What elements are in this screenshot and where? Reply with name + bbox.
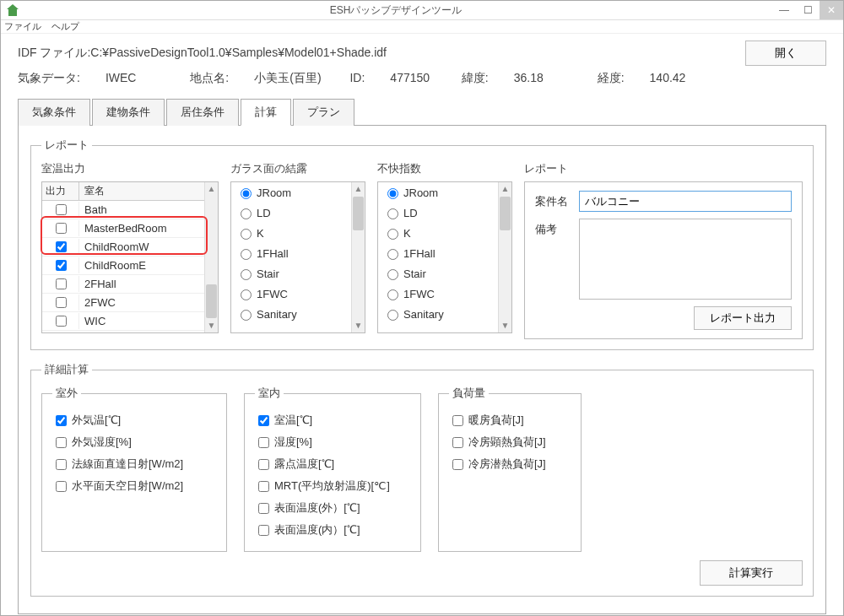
tab-2[interactable]: 居住条件 xyxy=(166,99,239,126)
check-label: 冷房顕熱負荷[J] xyxy=(468,435,546,450)
list-item-label: 1FWC xyxy=(403,288,435,300)
window-controls: — ☐ ✕ xyxy=(772,1,843,19)
list-item[interactable]: Stair xyxy=(378,263,498,284)
radio-input[interactable] xyxy=(241,249,252,260)
room-output-checkbox[interactable] xyxy=(56,297,67,308)
room-output-checkbox[interactable] xyxy=(56,260,67,271)
room-output-checkbox[interactable] xyxy=(56,223,67,234)
radio-input[interactable] xyxy=(241,289,252,300)
content-area: IDF ファイル:C:¥PassiveDesignTool1.0¥Samples… xyxy=(1,34,843,616)
list-item[interactable]: Stair xyxy=(231,263,351,284)
open-button[interactable]: 開く xyxy=(745,41,826,66)
check-input[interactable] xyxy=(258,525,269,536)
list-item[interactable]: JRoom xyxy=(231,182,351,203)
list-item-label: K xyxy=(403,227,411,240)
scroll-down-icon[interactable]: ▼ xyxy=(205,319,218,332)
check-input[interactable] xyxy=(258,503,269,514)
scroll-thumb[interactable] xyxy=(353,197,364,230)
list-item[interactable]: 1FWC xyxy=(231,284,351,304)
check-input[interactable] xyxy=(56,415,67,426)
list-item[interactable]: 1FWC xyxy=(378,284,498,304)
list-item[interactable]: Sanitary xyxy=(231,304,351,324)
room-output-checkbox[interactable] xyxy=(56,204,67,215)
room-row: ChildRoomW xyxy=(42,238,204,257)
radio-input[interactable] xyxy=(241,229,252,240)
report-output-button[interactable]: レポート出力 xyxy=(694,306,792,330)
case-name-input[interactable] xyxy=(579,191,792,212)
condensation-scrollbar[interactable]: ▲ ▼ xyxy=(351,182,365,332)
room-name-cell: Bath xyxy=(79,203,204,216)
app-icon xyxy=(6,3,19,17)
check-row: 外気湿度[%] xyxy=(52,431,216,453)
room-row: 2FHall xyxy=(42,275,204,294)
list-item[interactable]: 1FHall xyxy=(378,243,498,263)
list-item[interactable]: Sanitary xyxy=(378,304,498,324)
scroll-down-icon[interactable]: ▼ xyxy=(499,319,511,332)
menu-file[interactable]: ファイル xyxy=(4,20,41,33)
scroll-up-icon[interactable]: ▲ xyxy=(205,182,218,196)
radio-input[interactable] xyxy=(387,249,398,260)
room-row: MasterBedRoom xyxy=(42,219,204,238)
check-input[interactable] xyxy=(452,437,463,448)
minimize-button[interactable]: — xyxy=(772,1,796,19)
close-button[interactable]: ✕ xyxy=(820,1,843,19)
list-item[interactable]: 1FHall xyxy=(231,243,351,263)
scroll-down-icon[interactable]: ▼ xyxy=(352,319,365,332)
room-name-cell: ChildRoomE xyxy=(79,259,204,272)
check-input[interactable] xyxy=(258,459,269,470)
scroll-up-icon[interactable]: ▲ xyxy=(499,182,511,196)
check-label: 外気温[℃] xyxy=(72,413,121,428)
condensation-list: JRoomLDK1FHallStair1FWCSanitary ▲ ▼ xyxy=(230,181,365,333)
room-output-checkbox[interactable] xyxy=(56,278,67,289)
check-input[interactable] xyxy=(258,481,269,492)
scroll-thumb[interactable] xyxy=(206,284,217,318)
list-item[interactable]: JRoom xyxy=(378,182,498,203)
room-output-checkbox[interactable] xyxy=(56,241,67,252)
check-label: 表面温度(内）[℃] xyxy=(274,522,360,538)
check-input[interactable] xyxy=(258,437,269,448)
scroll-up-icon[interactable]: ▲ xyxy=(352,182,365,196)
check-input[interactable] xyxy=(258,415,269,426)
note-textarea[interactable] xyxy=(579,219,792,300)
check-input[interactable] xyxy=(56,437,67,448)
check-input[interactable] xyxy=(56,481,67,492)
check-input[interactable] xyxy=(56,459,67,470)
radio-input[interactable] xyxy=(387,310,398,321)
idf-row: IDF ファイル:C:¥PassiveDesignTool1.0¥Samples… xyxy=(18,41,826,66)
scroll-thumb[interactable] xyxy=(500,197,511,230)
list-item[interactable]: K xyxy=(231,223,351,243)
check-input[interactable] xyxy=(452,415,463,426)
radio-input[interactable] xyxy=(387,208,398,219)
tab-4[interactable]: プラン xyxy=(293,99,354,126)
tab-3[interactable]: 計算 xyxy=(241,99,291,126)
app-window: ESHパッシブデザインツール — ☐ ✕ ファイル ヘルプ IDF ファイル:C… xyxy=(0,0,844,616)
meta-row: 気象データ:IWEC 地点名:小美玉(百里) ID:477150 緯度:36.1… xyxy=(18,71,826,86)
room-scrollbar[interactable]: ▲ ▼ xyxy=(204,182,218,332)
radio-input[interactable] xyxy=(387,188,398,199)
window-title: ESHパッシブデザインツール xyxy=(19,3,772,18)
room-name-cell: 2FWC xyxy=(79,296,204,309)
list-item[interactable]: K xyxy=(378,223,498,243)
room-output-checkbox[interactable] xyxy=(56,316,67,327)
radio-input[interactable] xyxy=(241,310,252,321)
radio-input[interactable] xyxy=(387,269,398,280)
calc-execute-button[interactable]: 計算実行 xyxy=(700,560,803,586)
check-input[interactable] xyxy=(452,459,463,470)
room-row: ChildRoomE xyxy=(42,257,204,275)
radio-input[interactable] xyxy=(387,289,398,300)
radio-input[interactable] xyxy=(241,188,252,199)
room-name-cell: ChildRoomW xyxy=(79,240,204,253)
discomfort-scrollbar[interactable]: ▲ ▼ xyxy=(498,182,511,332)
radio-input[interactable] xyxy=(241,269,252,280)
check-label: 冷房潜熱負荷[J] xyxy=(468,457,546,472)
radio-input[interactable] xyxy=(387,229,398,240)
tab-0[interactable]: 気象条件 xyxy=(18,99,90,126)
radio-input[interactable] xyxy=(241,208,252,219)
menu-help[interactable]: ヘルプ xyxy=(51,20,79,33)
tab-1[interactable]: 建物条件 xyxy=(92,99,165,126)
load-legend: 負荷量 xyxy=(449,386,489,401)
maximize-button[interactable]: ☐ xyxy=(796,1,820,19)
list-item[interactable]: LD xyxy=(231,203,351,223)
list-item-label: K xyxy=(257,227,264,240)
list-item[interactable]: LD xyxy=(378,203,498,223)
